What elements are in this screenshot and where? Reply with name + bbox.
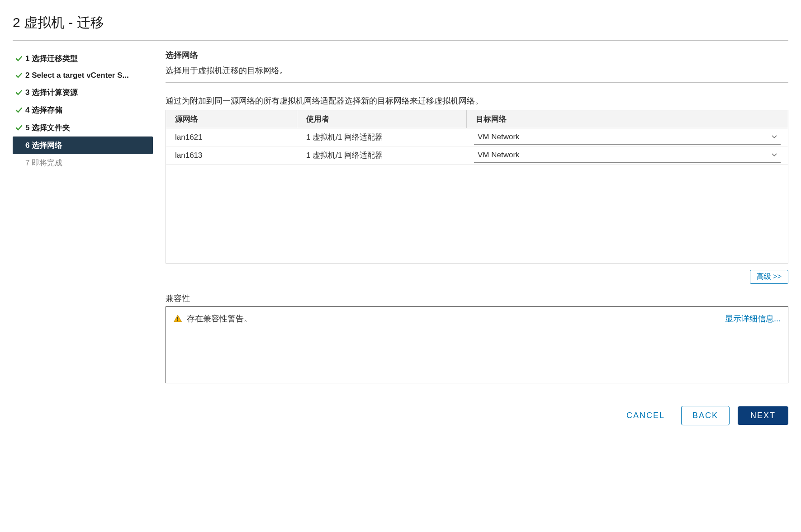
warning-icon [173, 314, 182, 323]
source-network: lan1621 [166, 129, 297, 146]
check-icon [15, 72, 25, 79]
compat-label: 兼容性 [166, 293, 788, 304]
show-details-link[interactable]: 显示详细信息... [725, 313, 781, 324]
check-icon [15, 124, 25, 132]
used-by: 1 虚拟机/1 网络适配器 [297, 146, 467, 164]
step-label: 选择文件夹 [32, 123, 70, 132]
step-label: 选择存储 [32, 106, 62, 114]
table-row: lan1613 1 虚拟机/1 网络适配器 VM Network [166, 146, 788, 165]
step-label: Select a target vCenter S... [32, 71, 128, 80]
step-3[interactable]: 3 选择计算资源 [13, 84, 153, 101]
target-network-select[interactable]: VM Network [474, 130, 781, 145]
step-num: 1 [25, 54, 29, 63]
col-source: 源网络 [166, 110, 297, 128]
check-icon [15, 55, 25, 62]
svg-rect-0 [177, 317, 178, 320]
step-num: 3 [25, 88, 29, 97]
advanced-button[interactable]: 高级 >> [750, 270, 788, 284]
step-num: 4 [25, 106, 29, 114]
section-subheading: 选择用于虚拟机迁移的目标网络。 [166, 65, 788, 76]
step-1[interactable]: 1 选择迁移类型 [13, 50, 153, 67]
col-usedby: 使用者 [297, 110, 467, 128]
network-table: 源网络 使用者 目标网络 lan1621 1 虚拟机/1 网络适配器 VM Ne… [166, 110, 788, 264]
step-num: 7 [25, 159, 29, 167]
section-heading: 选择网络 [166, 50, 788, 61]
step-label: 即将完成 [32, 159, 62, 167]
chevron-down-icon [772, 152, 777, 158]
step-label: 选择计算资源 [32, 88, 78, 97]
select-value: VM Network [478, 151, 520, 160]
used-by: 1 虚拟机/1 网络适配器 [297, 128, 467, 146]
wizard-steps: 1 选择迁移类型 2 Select a target vCenter S... … [13, 50, 153, 425]
source-network: lan1613 [166, 147, 297, 164]
col-target: 目标网络 [467, 110, 788, 128]
table-row: lan1621 1 虚拟机/1 网络适配器 VM Network [166, 128, 788, 146]
step-num: 6 [25, 141, 29, 150]
svg-rect-1 [177, 320, 178, 321]
compat-message: 存在兼容性警告。 [187, 313, 252, 324]
step-num: 5 [25, 123, 29, 132]
step-label: 选择网络 [32, 141, 62, 150]
step-4[interactable]: 4 选择存储 [13, 101, 153, 119]
wizard-title: 2 虚拟机 - 迁移 [13, 9, 788, 41]
step-label: 选择迁移类型 [32, 54, 78, 63]
check-icon [15, 107, 25, 114]
target-network-select[interactable]: VM Network [474, 148, 781, 163]
compat-box: 存在兼容性警告。 显示详细信息... [166, 306, 788, 383]
step-5[interactable]: 5 选择文件夹 [13, 119, 153, 137]
divider [166, 82, 788, 83]
cancel-button[interactable]: CANCEL [618, 406, 673, 425]
back-button[interactable]: BACK [681, 406, 730, 425]
next-button[interactable]: NEXT [738, 406, 788, 425]
step-7: 7 即将完成 [13, 154, 153, 172]
step-num: 2 [25, 71, 29, 80]
step-2[interactable]: 2 Select a target vCenter S... [13, 67, 153, 84]
select-value: VM Network [478, 132, 520, 141]
step-6[interactable]: 6 选择网络 [13, 137, 153, 154]
wizard-footer: CANCEL BACK NEXT [166, 406, 788, 425]
instruction-text: 通过为附加到同一源网络的所有虚拟机网络适配器选择新的目标网络来迁移虚拟机网络。 [166, 95, 788, 106]
chevron-down-icon [772, 134, 777, 140]
check-icon [15, 89, 25, 96]
